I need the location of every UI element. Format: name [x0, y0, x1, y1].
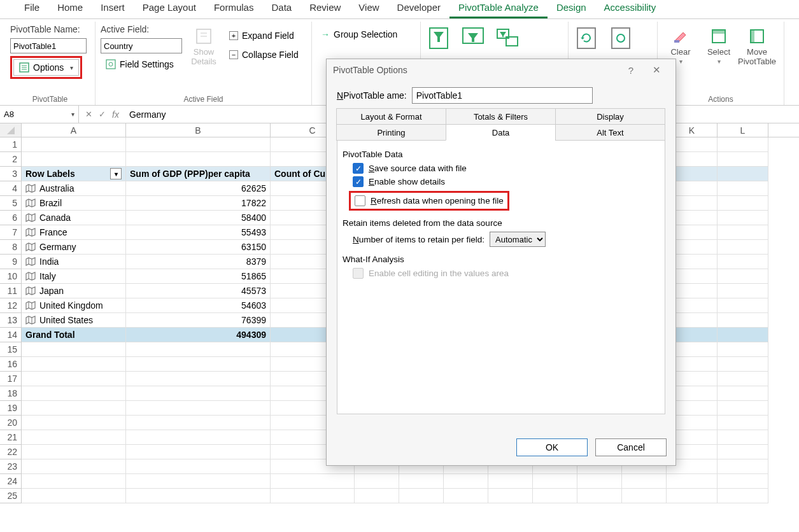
row-header[interactable]: 19 — [0, 401, 22, 416]
cell[interactable] — [22, 416, 126, 430]
cell[interactable]: Grand Total — [22, 328, 126, 342]
cell[interactable] — [126, 342, 271, 357]
row-header[interactable]: 11 — [0, 284, 22, 298]
cell[interactable] — [355, 474, 399, 489]
move-pivottable-button[interactable]: Move PivotTable — [739, 24, 775, 69]
row-header[interactable]: 16 — [0, 357, 22, 372]
cell[interactable] — [126, 137, 271, 152]
row-header[interactable]: 13 — [0, 313, 22, 328]
cell[interactable] — [718, 489, 768, 503]
enable-show-details-checkbox[interactable]: ✓ — [353, 176, 364, 187]
pivottable-name-input[interactable] — [10, 38, 87, 53]
tab-printing[interactable]: Printing — [336, 124, 446, 141]
tab-accessibility[interactable]: Accessibility — [595, 0, 665, 18]
column-header-L[interactable]: L — [718, 123, 768, 137]
cell[interactable] — [22, 137, 126, 152]
cell[interactable] — [718, 328, 768, 342]
row-header[interactable]: 3 — [0, 167, 22, 181]
row-header[interactable]: 14 — [0, 328, 22, 342]
cell[interactable]: 55493 — [126, 225, 271, 240]
cell[interactable]: 494309 — [126, 328, 271, 342]
options-button[interactable]: Options ▾ — [13, 59, 79, 76]
cell[interactable]: Italy — [22, 269, 126, 284]
cell[interactable] — [718, 416, 768, 430]
cell[interactable]: Row Labels▾ — [22, 167, 126, 181]
cell[interactable] — [533, 474, 577, 489]
cell[interactable] — [271, 489, 355, 503]
cancel-formula-icon[interactable]: ✕ — [85, 109, 92, 119]
tab-formulas[interactable]: Formulas — [205, 0, 263, 18]
collapse-field-button[interactable]: − Collapse Field — [225, 47, 302, 62]
cell[interactable] — [399, 474, 444, 489]
cell[interactable] — [718, 401, 768, 416]
cell[interactable] — [718, 181, 768, 196]
retain-number-select[interactable]: Automatic — [490, 232, 546, 247]
name-box[interactable]: A8 ▾ — [0, 106, 79, 123]
row-header[interactable]: 4 — [0, 181, 22, 196]
dialog-name-input[interactable] — [412, 87, 593, 104]
cell[interactable] — [718, 196, 768, 211]
insert-timeline-icon[interactable] — [460, 25, 486, 51]
cell[interactable] — [718, 474, 768, 489]
ok-button[interactable]: OK — [516, 438, 588, 456]
cell[interactable]: 62625 — [126, 181, 271, 196]
tab-design[interactable]: Design — [548, 0, 595, 18]
cell[interactable] — [718, 167, 768, 181]
cell[interactable] — [126, 416, 271, 430]
cell[interactable] — [718, 313, 768, 328]
row-header[interactable]: 6 — [0, 211, 22, 225]
cell[interactable] — [718, 372, 768, 386]
row-header[interactable]: 12 — [0, 298, 22, 313]
cell[interactable] — [444, 474, 488, 489]
cell[interactable]: Sum of GDP (PPP)per capita — [126, 167, 271, 181]
cell[interactable] — [126, 152, 271, 167]
cell[interactable] — [718, 445, 768, 459]
tab-page-layout[interactable]: Page Layout — [134, 0, 205, 18]
filter-connections-icon[interactable] — [495, 25, 520, 51]
row-header[interactable]: 7 — [0, 225, 22, 240]
row-header[interactable]: 20 — [0, 416, 22, 430]
cell[interactable] — [126, 430, 271, 445]
cell[interactable] — [718, 357, 768, 372]
cell[interactable] — [488, 474, 533, 489]
cell[interactable]: Germany — [22, 240, 126, 255]
cell[interactable] — [355, 489, 399, 503]
tab-insert[interactable]: Insert — [92, 0, 134, 18]
cell[interactable] — [22, 357, 126, 372]
row-header[interactable]: 8 — [0, 240, 22, 255]
cell[interactable] — [22, 430, 126, 445]
cell[interactable]: 54603 — [126, 298, 271, 313]
enter-formula-icon[interactable]: ✓ — [99, 109, 106, 119]
cell[interactable]: France — [22, 225, 126, 240]
cell[interactable] — [718, 459, 768, 474]
group-selection-button[interactable]: → Group Selection — [317, 27, 401, 42]
tab-display[interactable]: Display — [555, 108, 665, 125]
row-header[interactable]: 2 — [0, 152, 22, 167]
cell[interactable] — [577, 474, 622, 489]
row-header[interactable]: 18 — [0, 386, 22, 401]
cell[interactable] — [718, 298, 768, 313]
cell[interactable] — [718, 211, 768, 225]
cell[interactable] — [577, 489, 622, 503]
help-icon[interactable]: ? — [618, 65, 644, 76]
column-header-A[interactable]: A — [22, 123, 126, 137]
insert-slicer-icon[interactable] — [426, 25, 451, 51]
cell[interactable]: India — [22, 255, 126, 269]
row-labels-filter-button[interactable]: ▾ — [110, 168, 122, 179]
save-source-data-checkbox[interactable]: ✓ — [353, 163, 364, 174]
cell[interactable] — [718, 269, 768, 284]
cell[interactable] — [399, 489, 444, 503]
cell[interactable] — [22, 459, 126, 474]
cell[interactable] — [718, 255, 768, 269]
row-header[interactable]: 17 — [0, 372, 22, 386]
tab-review[interactable]: Review — [301, 0, 350, 18]
refresh-icon[interactable] — [574, 25, 599, 51]
cell[interactable] — [533, 489, 577, 503]
active-field-input[interactable] — [101, 38, 182, 53]
dialog-titlebar[interactable]: PivotTable Options ? ✕ — [327, 59, 675, 81]
cell[interactable] — [622, 474, 667, 489]
save-source-data-row[interactable]: ✓ Save source data with file — [353, 163, 660, 174]
cell[interactable] — [22, 474, 126, 489]
tab-developer[interactable]: Developer — [388, 0, 449, 18]
cell[interactable] — [718, 430, 768, 445]
